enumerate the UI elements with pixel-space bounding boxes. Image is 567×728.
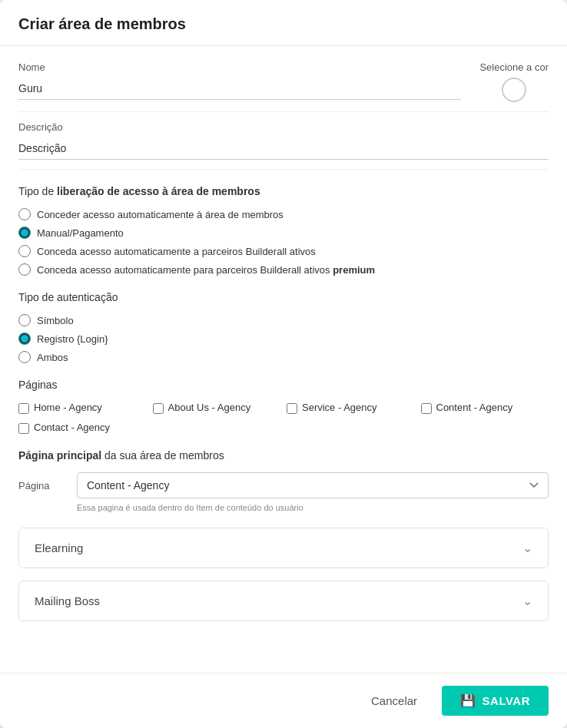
pages-title: Páginas	[18, 379, 549, 391]
divider-1	[18, 111, 549, 112]
color-picker[interactable]	[502, 78, 526, 102]
access-radio-4[interactable]	[18, 263, 31, 276]
page-check-about[interactable]	[153, 403, 164, 414]
accordion-elearning: Elearning ⌄	[18, 528, 549, 568]
save-button[interactable]: 💾 SALVAR	[442, 686, 549, 716]
accordion-mailing-title: Mailing Boss	[35, 594, 100, 607]
name-input[interactable]	[18, 78, 461, 100]
page-checkbox-about[interactable]: About Us - Agency	[153, 402, 281, 414]
description-group: Descrição	[18, 121, 549, 160]
page-check-home[interactable]	[18, 403, 29, 414]
modal-title: Criar área de membros	[18, 15, 549, 33]
auth-radio-2[interactable]	[18, 333, 31, 345]
page-select-dropdown[interactable]: Home - Agency About Us - Agency Service …	[77, 472, 549, 498]
access-radio-group: Conceder acesso automaticamente à área d…	[18, 208, 549, 276]
access-radio-2[interactable]	[18, 227, 31, 239]
access-option-1[interactable]: Conceder acesso automaticamente à área d…	[18, 208, 549, 220]
auth-radio-group: Símbolo Registro {Login} Ambos	[18, 314, 549, 363]
auth-option-3[interactable]: Ambos	[18, 351, 549, 363]
auth-radio-3[interactable]	[18, 351, 31, 363]
auth-radio-1[interactable]	[18, 314, 31, 326]
accordion-mailing-header[interactable]: Mailing Boss ⌄	[19, 581, 548, 620]
description-input[interactable]	[18, 137, 549, 160]
access-section-title: Tipo de liberação de acesso à área de me…	[18, 185, 549, 197]
save-label: SALVAR	[482, 694, 530, 707]
auth-option-1[interactable]: Símbolo	[18, 314, 549, 326]
access-option-2[interactable]: Manual/Pagamento	[18, 227, 549, 239]
access-option-4[interactable]: Conceda acesso automaticamente para parc…	[18, 263, 549, 276]
page-select-row: Página Home - Agency About Us - Agency S…	[18, 472, 549, 498]
page-check-service[interactable]	[287, 403, 297, 414]
page-select-label: Página	[18, 480, 65, 491]
modal-footer: Cancelar 💾 SALVAR	[0, 673, 567, 728]
cancel-button[interactable]: Cancelar	[359, 688, 429, 713]
name-group: Nome	[18, 61, 461, 100]
page-checkbox-contact[interactable]: Contact - Agency	[18, 422, 147, 434]
modal-header: Criar área de membros	[0, 0, 567, 46]
page-hint: Essa pagina é usada dentro do Item de co…	[77, 503, 549, 512]
modal-criar-area: Criar área de membros Nome Selecione a c…	[0, 0, 567, 728]
description-label: Descrição	[18, 121, 549, 133]
save-icon: 💾	[460, 693, 476, 708]
page-checkbox-content[interactable]: Content - Agency	[421, 402, 549, 414]
modal-body: Nome Selecione a cor Descrição Tipo de l…	[0, 46, 567, 673]
main-page-section: Página principal da sua área de membros …	[18, 449, 549, 512]
color-label: Selecione a cor	[479, 61, 549, 73]
page-check-contact[interactable]	[18, 423, 29, 434]
pages-section: Páginas Home - Agency About Us - Agency …	[18, 379, 549, 434]
divider-2	[18, 169, 549, 170]
name-color-row: Nome Selecione a cor	[18, 61, 549, 102]
color-selector: Selecione a cor	[479, 61, 549, 102]
chevron-down-icon: ⌄	[522, 541, 532, 555]
auth-option-2[interactable]: Registro {Login}	[18, 333, 549, 345]
chevron-down-icon-2: ⌄	[522, 594, 532, 608]
access-radio-3[interactable]	[18, 245, 31, 257]
page-checkbox-service[interactable]: Service - Agency	[287, 402, 415, 414]
page-check-content[interactable]	[421, 403, 432, 414]
accordion-elearning-title: Elearning	[35, 541, 83, 554]
accordion-mailing: Mailing Boss ⌄	[18, 581, 549, 621]
auth-section-title: Tipo de autenticação	[18, 291, 549, 303]
access-radio-1[interactable]	[18, 208, 31, 220]
access-option-3[interactable]: Conceda acesso automaticamente a parceir…	[18, 245, 549, 257]
name-label: Nome	[18, 61, 461, 73]
main-page-title: Página principal da sua área de membros	[18, 449, 549, 462]
accordion-elearning-header[interactable]: Elearning ⌄	[19, 528, 548, 568]
pages-grid: Home - Agency About Us - Agency Service …	[18, 402, 549, 434]
page-checkbox-home[interactable]: Home - Agency	[18, 402, 147, 414]
